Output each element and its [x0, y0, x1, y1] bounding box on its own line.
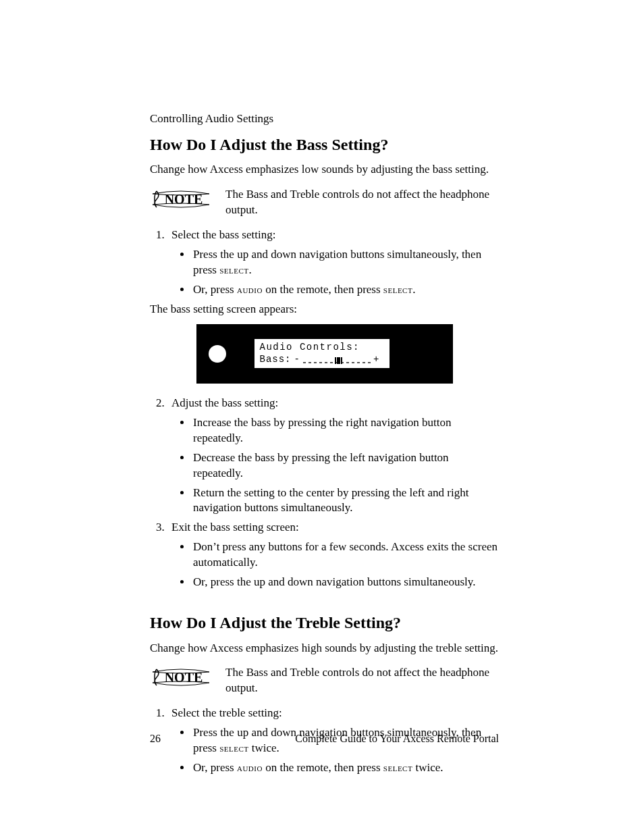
bullet: Decrease the bass by pressing the left n… [192, 450, 499, 481]
lcd-screen-figure: Audio Controls: Bass: - + [196, 324, 453, 384]
lcd-line-2: Bass: - + [260, 354, 384, 366]
step-3: Exit the bass setting screen: Don’t pres… [167, 520, 499, 590]
text: Or, press [193, 283, 237, 296]
note-icon: NOTE [150, 665, 212, 689]
text: . [412, 283, 415, 296]
lcd-slider [303, 356, 371, 364]
smallcaps-select: select [219, 264, 248, 276]
slider-thumb-icon [337, 357, 340, 364]
step-1-bullets: Press the up and down navigation buttons… [171, 247, 499, 298]
intro-bass: Change how Axcess emphasizes low sounds … [150, 162, 499, 178]
text: . [249, 263, 252, 276]
note-block-bass: NOTE The Bass and Treble controls do not… [150, 187, 499, 218]
device-bezel: Audio Controls: Bass: - + [196, 324, 453, 384]
step-1-text: Select the treble setting: [171, 706, 282, 719]
note-text-bass: The Bass and Treble controls do not affe… [225, 187, 499, 218]
document-page: Controlling Audio Settings How Do I Adju… [0, 0, 644, 834]
bullet: Press the up and down navigation buttons… [192, 247, 499, 278]
after-step1: The bass setting screen appears: [150, 302, 499, 317]
steps-bass-2: Adjust the bass setting: Increase the ba… [150, 396, 499, 590]
bullet: Or, press audio on the remote, then pres… [192, 282, 499, 298]
page-footer: 26 Complete Guide to Your Axcess Remote … [150, 731, 499, 746]
bullet: Increase the bass by pressing the right … [192, 415, 499, 446]
intro-treble: Change how Axcess emphasizes high sounds… [150, 641, 499, 656]
smallcaps-select: select [383, 762, 412, 773]
heading-bass: How Do I Adjust the Bass Setting? [150, 134, 499, 155]
step-2-text: Adjust the bass setting: [171, 396, 278, 409]
note-word: NOTE [165, 192, 203, 207]
lcd-line-1: Audio Controls: [260, 342, 384, 354]
lcd-plus: + [373, 354, 379, 366]
page-number: 26 [150, 731, 161, 746]
note-icon: NOTE [150, 187, 212, 211]
section-header: Controlling Audio Settings [150, 111, 499, 127]
lcd-minus: - [294, 354, 300, 366]
step-3-text: Exit the bass setting screen: [171, 521, 299, 533]
note-text-treble: The Bass and Treble controls do not affe… [225, 665, 499, 696]
smallcaps-audio: audio [237, 284, 263, 295]
note-word: NOTE [165, 670, 203, 685]
step-1: Select the bass setting: Press the up an… [167, 228, 499, 298]
step-1-text: Select the bass setting: [171, 228, 275, 241]
step-2-bullets: Increase the bass by pressing the right … [171, 415, 499, 517]
steps-bass-1: Select the bass setting: Press the up an… [150, 228, 499, 298]
step-3-bullets: Don’t press any buttons for a few second… [171, 540, 499, 590]
bullet: Or, press audio on the remote, then pres… [192, 760, 499, 776]
text: on the remote, then press [263, 761, 383, 774]
text: on the remote, then press [263, 283, 383, 296]
bullet: Or, press the up and down navigation but… [192, 575, 499, 590]
heading-treble: How Do I Adjust the Treble Setting? [150, 612, 499, 633]
book-title: Complete Guide to Your Axcess Remote Por… [295, 731, 499, 746]
note-block-treble: NOTE The Bass and Treble controls do not… [150, 665, 499, 696]
lcd-label: Bass: [260, 354, 292, 366]
bullet: Return the setting to the center by pres… [192, 486, 499, 517]
step-2: Adjust the bass setting: Increase the ba… [167, 396, 499, 517]
lcd-display: Audio Controls: Bass: - + [254, 339, 390, 368]
text: Or, press [193, 761, 237, 774]
smallcaps-select: select [383, 284, 412, 295]
text: twice. [412, 761, 443, 774]
led-indicator-icon [209, 345, 226, 363]
bullet: Don’t press any buttons for a few second… [192, 540, 499, 571]
smallcaps-audio: audio [237, 762, 263, 773]
